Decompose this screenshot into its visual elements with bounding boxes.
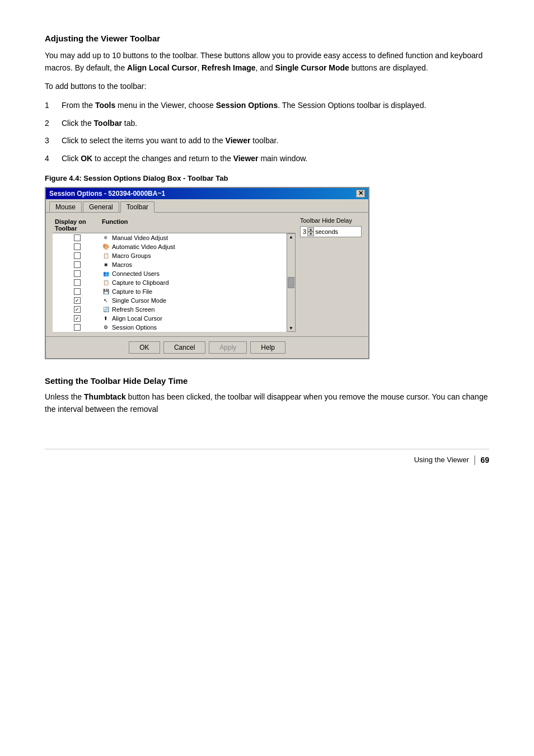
para1-comma2: , and xyxy=(256,63,275,72)
checkbox-checked[interactable]: ✓ xyxy=(74,297,81,304)
cancel-button[interactable]: Cancel xyxy=(163,341,205,354)
check-macro-groups[interactable] xyxy=(55,252,100,259)
section1-para2: To add buttons to the toolbar: xyxy=(45,81,489,93)
step3-num: 3 xyxy=(45,135,62,147)
check-macros[interactable] xyxy=(55,261,100,268)
connected-users-icon: 👥 xyxy=(102,270,110,278)
list-item[interactable]: ⚙ Session Options xyxy=(53,323,287,332)
apply-button[interactable]: Apply xyxy=(209,341,247,354)
function-capture-clipboard: 📋 Capture to Clipboard xyxy=(102,279,284,287)
check-align-cursor[interactable]: ✓ xyxy=(55,315,100,322)
check-manual-video[interactable] xyxy=(55,234,100,241)
checkbox[interactable] xyxy=(74,243,81,250)
dialog-content: Display on Toolbar Function ≡ Manual Vid… xyxy=(46,213,368,336)
macro-groups-icon: 📋 xyxy=(102,252,110,260)
list-item[interactable]: ■ Macros xyxy=(53,260,287,269)
capture-file-icon: 💾 xyxy=(102,288,110,295)
hide-delay-label: Toolbar Hide Delay xyxy=(300,217,362,224)
step3-text: Click to select the items you want to ad… xyxy=(62,135,278,147)
scroll-down-arrow[interactable]: ▼ xyxy=(289,326,293,331)
list-item[interactable]: 🎨 Automatic Video Adjust xyxy=(53,242,287,251)
macros-label: Macros xyxy=(112,261,132,268)
checkbox[interactable] xyxy=(74,279,81,286)
step2-num: 2 xyxy=(45,118,62,130)
function-refresh-screen: 🔄 Refresh Screen xyxy=(102,306,284,313)
scroll-thumb[interactable] xyxy=(288,277,294,288)
single-cursor-label: Single Cursor Mode xyxy=(112,297,166,304)
dialog-close-button[interactable]: ✕ xyxy=(356,190,365,198)
list-item[interactable]: ✓ ↖ Single Cursor Mode xyxy=(53,296,287,305)
dialog-buttons: OK Cancel Apply Help xyxy=(46,336,368,358)
spinner-buttons[interactable]: ▲ ▼ xyxy=(307,227,314,236)
list-item[interactable]: ✓ 🔄 Refresh Screen xyxy=(53,305,287,314)
function-single-cursor: ↖ Single Cursor Mode xyxy=(102,297,284,304)
check-single-cursor[interactable]: ✓ xyxy=(55,297,100,304)
checkbox[interactable] xyxy=(74,324,81,331)
function-connected-users: 👥 Connected Users xyxy=(102,270,284,278)
function-session-options: ⚙ Session Options xyxy=(102,323,284,331)
help-button[interactable]: Help xyxy=(250,341,285,354)
list-item[interactable]: ≡ Manual Video Adjust xyxy=(53,233,287,242)
step4-num: 4 xyxy=(45,153,62,165)
check-refresh-screen[interactable]: ✓ xyxy=(55,306,100,313)
capture-clipboard-icon: 📋 xyxy=(102,279,110,287)
section1-para1: You may add up to 10 buttons to the tool… xyxy=(45,50,489,74)
checkbox[interactable] xyxy=(74,252,81,259)
list-item[interactable]: 📋 Macro Groups xyxy=(53,251,287,260)
check-session-options[interactable] xyxy=(55,324,100,331)
section2-heading: Setting the Toolbar Hide Delay Time xyxy=(45,376,489,386)
checkbox-checked[interactable]: ✓ xyxy=(74,306,81,313)
checkbox-checked[interactable]: ✓ xyxy=(74,315,81,322)
figure-caption: Figure 4.4: Session Options Dialog Box -… xyxy=(45,174,489,182)
hide-delay-value: 3 xyxy=(303,228,306,235)
tab-toolbar[interactable]: Toolbar xyxy=(120,201,154,213)
page-footer: Using the Viewer | 69 xyxy=(45,449,489,466)
spinner-down[interactable]: ▼ xyxy=(307,232,314,236)
thumbtack-bold: Thumbtack xyxy=(84,392,126,401)
checkbox[interactable] xyxy=(74,234,81,241)
session-options-dialog: Session Options - 520394-0000BA~1 ✕ Mous… xyxy=(45,187,369,359)
step2-text: Click the Toolbar tab. xyxy=(62,118,137,130)
step-2: 2 Click the Toolbar tab. xyxy=(45,118,489,130)
checkbox[interactable] xyxy=(74,288,81,295)
para1-bold1: Align Local Cursor xyxy=(127,63,197,72)
col-header-function: Function xyxy=(102,218,293,232)
checkbox[interactable] xyxy=(74,270,81,277)
ok-button[interactable]: OK xyxy=(129,341,160,354)
list-item[interactable]: 👥 Connected Users xyxy=(53,269,287,278)
col-header-display: Display on Toolbar xyxy=(55,218,100,232)
section2-text1: Unless the xyxy=(45,392,84,401)
check-capture-file[interactable] xyxy=(55,288,100,295)
toolbar-list-container: Display on Toolbar Function ≡ Manual Vid… xyxy=(53,217,296,332)
session-options-icon: ⚙ xyxy=(102,323,110,331)
list-item[interactable]: 💾 Capture to File xyxy=(53,287,287,296)
step-3: 3 Click to select the items you want to … xyxy=(45,135,489,147)
list-item[interactable]: ✓ ⬆ Align Local Cursor xyxy=(53,314,287,323)
para1-end: buttons are displayed. xyxy=(349,63,428,72)
hide-delay-input[interactable]: 3 ▲ ▼ seconds xyxy=(300,226,362,237)
refresh-screen-icon: 🔄 xyxy=(102,306,110,313)
check-connected-users[interactable] xyxy=(55,270,100,277)
check-auto-video[interactable] xyxy=(55,243,100,250)
toolbar-section: Display on Toolbar Function ≡ Manual Vid… xyxy=(53,217,362,332)
tab-general[interactable]: General xyxy=(83,201,119,212)
toolbar-rows: ≡ Manual Video Adjust 🎨 Automatic Video … xyxy=(53,233,287,332)
checkbox[interactable] xyxy=(74,261,81,268)
footer-using-viewer: Using the Viewer xyxy=(414,456,469,464)
align-cursor-label: Align Local Cursor xyxy=(112,315,162,322)
check-capture-clipboard[interactable] xyxy=(55,279,100,286)
function-auto-video: 🎨 Automatic Video Adjust xyxy=(102,243,284,251)
spinner-up[interactable]: ▲ xyxy=(307,227,314,232)
dialog-titlebar: Session Options - 520394-0000BA~1 ✕ xyxy=(46,188,368,199)
list-scrollbar[interactable]: ▲ ▼ xyxy=(287,233,296,332)
function-macros: ■ Macros xyxy=(102,261,284,269)
tab-mouse[interactable]: Mouse xyxy=(49,201,82,212)
list-item[interactable]: 📋 Capture to Clipboard xyxy=(53,278,287,287)
footer-divider: | xyxy=(474,454,476,466)
para1-bold2: Refresh Image xyxy=(202,63,255,72)
page-number: 69 xyxy=(480,456,489,464)
footer-right: Using the Viewer | 69 xyxy=(414,454,489,466)
scroll-up-arrow[interactable]: ▲ xyxy=(289,234,293,240)
toolbar-list-header: Display on Toolbar Function xyxy=(53,217,296,233)
hide-delay-section: Toolbar Hide Delay 3 ▲ ▼ seconds xyxy=(300,217,362,332)
